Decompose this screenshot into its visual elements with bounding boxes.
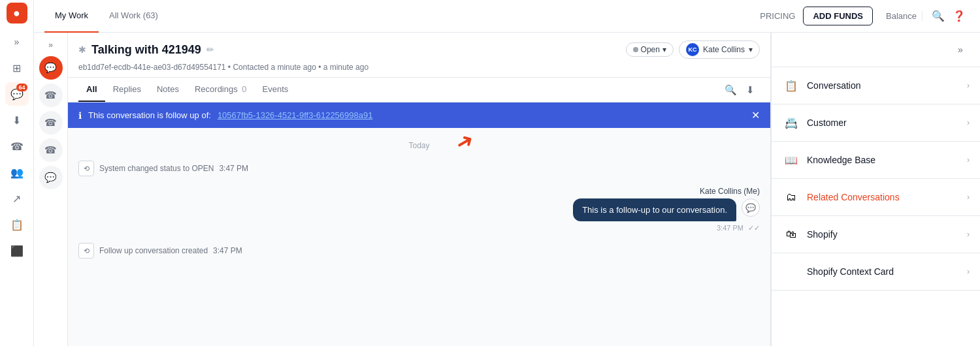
message-time: 3:47 PM ✓✓ xyxy=(78,224,760,232)
tab-replies[interactable]: Replies xyxy=(105,78,149,102)
phone-icon-3[interactable]: ☎ xyxy=(39,138,63,162)
nav-icon-inbox[interactable]: ⬇ xyxy=(5,108,29,132)
info-banner: ℹ This conversation is follow up of: 105… xyxy=(68,102,770,128)
app-logo: ● xyxy=(7,3,27,24)
conversation-tabs: All Replies Notes Recordings 0 Events 🔍 … xyxy=(68,78,770,102)
tab-all[interactable]: All xyxy=(78,78,105,102)
shopify-section-icon: 🛍 xyxy=(782,225,800,244)
related-conversations-section-icon: 🗂 xyxy=(782,188,800,206)
right-section-shopify[interactable]: 🛍 Shopify › xyxy=(772,216,980,253)
agent-badge[interactable]: KC Kate Collins ▾ xyxy=(679,40,760,59)
system-event-text: System changed status to OPEN xyxy=(99,164,214,173)
tab-my-work[interactable]: My Work xyxy=(44,0,99,33)
nav-icon-phone[interactable]: ☎ xyxy=(5,134,29,158)
whatsapp-icon[interactable]: 💬 xyxy=(39,166,63,189)
message-sender: Kate Collins (Me) xyxy=(78,187,760,196)
phone-icon-2[interactable]: ☎ xyxy=(39,111,63,134)
banner-text: This conversation is follow up of: xyxy=(88,110,211,120)
conversation-section-chevron: › xyxy=(967,81,970,90)
agent-chevron: ▾ xyxy=(749,45,753,54)
right-panel-header: » xyxy=(772,33,980,67)
system-event-time: 3:47 PM xyxy=(219,164,248,173)
right-section-related-conversations[interactable]: 🗂 Related Conversations › xyxy=(772,179,980,216)
messages-area[interactable]: Today ⟲ System changed status to OPEN 3:… xyxy=(68,128,770,346)
search-messages-icon[interactable]: 🔍 xyxy=(721,80,740,100)
right-panel: » 📋 Conversation › 📇 Customer › 📖 xyxy=(771,33,980,346)
shopify-context-section-chevron: › xyxy=(967,267,970,276)
left-panel-expand[interactable]: » xyxy=(41,38,61,52)
edit-title-icon[interactable]: ✏ xyxy=(206,44,214,55)
main-nav-bar: ● » ⊞ 💬 64 ⬇ ☎ 👥 ↗ 📋 ⬛ xyxy=(0,0,34,346)
right-section-conversation[interactable]: 📋 Conversation › xyxy=(772,67,980,104)
system-event-followup-time: 3:47 PM xyxy=(213,246,242,255)
conversation-section-label: Conversation xyxy=(807,80,861,91)
nav-icon-tasks[interactable]: 📋 xyxy=(5,213,29,236)
message-checkmark: ✓✓ xyxy=(748,224,760,232)
agent-avatar: KC xyxy=(686,43,699,56)
system-event-followup-text: Follow up conversation created xyxy=(99,246,208,255)
help-icon[interactable]: ❓ xyxy=(949,6,970,27)
agent-name: Kate Collins xyxy=(703,45,745,54)
right-section-customer[interactable]: 📇 Customer › xyxy=(772,104,980,142)
related-conversations-section-chevron: › xyxy=(967,193,970,202)
message-bubble: This is a follow-up to our conversation. xyxy=(573,198,736,221)
tab-recordings[interactable]: Recordings 0 xyxy=(187,78,255,102)
conversation-area: ✱ Talking with 421949 ✏ Open ▾ KC Kate C… xyxy=(68,33,771,346)
conversation-title-icon: ✱ xyxy=(78,44,86,55)
chat-active-icon[interactable]: 💬 xyxy=(39,56,63,80)
knowledge-base-section-label: Knowledge Base xyxy=(807,155,875,165)
conversation-section-icon: 📋 xyxy=(782,76,800,95)
message-channel-icon: 💬 xyxy=(742,198,760,217)
top-bar: My Work All Work (63) PRICING ADD FUNDS … xyxy=(34,0,980,33)
date-divider: Today xyxy=(78,141,760,150)
nav-icon-reports[interactable]: ↗ xyxy=(5,187,29,210)
banner-link[interactable]: 10567fb5-1326-4521-9ff3-612256998a91 xyxy=(218,110,373,120)
system-event-icon: ⟲ xyxy=(78,161,94,176)
add-funds-button[interactable]: ADD FUNDS xyxy=(803,7,873,25)
status-chevron: ▾ xyxy=(662,45,666,54)
right-section-knowledge-base[interactable]: 📖 Knowledge Base › xyxy=(772,142,980,179)
system-event-status: ⟲ System changed status to OPEN 3:47 PM xyxy=(78,161,760,176)
balance-label: Balance xyxy=(881,11,923,21)
system-event-followup-icon: ⟲ xyxy=(78,243,94,259)
shopify-section-chevron: › xyxy=(967,230,970,239)
system-event-followup: ⟲ Follow up conversation created 3:47 PM xyxy=(78,243,760,259)
nav-expand-button[interactable]: » xyxy=(5,30,29,54)
right-section-shopify-context[interactable]: Shopify Context Card › xyxy=(772,253,980,291)
recordings-count: 0 xyxy=(242,84,246,94)
customer-section-icon: 📇 xyxy=(782,114,800,132)
conversation-header: ✱ Talking with 421949 ✏ Open ▾ KC Kate C… xyxy=(68,33,770,78)
status-badge[interactable]: Open ▾ xyxy=(626,42,674,57)
related-conversations-section-label: Related Conversations xyxy=(807,192,900,202)
customer-section-chevron: › xyxy=(967,118,970,127)
right-panel-collapse-button[interactable]: » xyxy=(951,40,970,59)
nav-icon-conversations[interactable]: 💬 64 xyxy=(5,82,29,106)
conversation-meta: eb1dd7ef-ecdb-441e-ae03-d67d49554171 • C… xyxy=(78,63,760,72)
banner-close-button[interactable]: ✕ xyxy=(751,109,760,121)
download-icon[interactable]: ⬇ xyxy=(740,80,760,100)
status-label: Open xyxy=(641,45,660,54)
tab-all-work[interactable]: All Work (63) xyxy=(99,0,169,33)
shopify-context-section-label: Shopify Context Card xyxy=(807,266,894,277)
nav-icon-dashboard[interactable]: ⊞ xyxy=(5,56,29,80)
left-panel: » 💬 ☎ ☎ ☎ 💬 xyxy=(34,33,68,346)
customer-section-label: Customer xyxy=(807,118,847,128)
knowledge-base-section-icon: 📖 xyxy=(782,151,800,169)
nav-icon-contacts[interactable]: 👥 xyxy=(5,161,29,184)
phone-icon-1[interactable]: ☎ xyxy=(39,84,63,107)
knowledge-base-section-chevron: › xyxy=(967,155,970,165)
tab-events[interactable]: Events xyxy=(255,78,297,102)
search-icon[interactable]: 🔍 xyxy=(928,6,949,27)
pricing-link[interactable]: PRICING xyxy=(752,11,803,21)
shopify-context-section-icon xyxy=(782,262,800,281)
conversations-badge: 64 xyxy=(16,84,27,91)
conversation-title: Talking with 421949 xyxy=(91,43,201,57)
main-area: My Work All Work (63) PRICING ADD FUNDS … xyxy=(34,0,980,346)
status-dot xyxy=(633,47,638,52)
content-row: » 💬 ☎ ☎ ☎ 💬 ✱ Talking with 421949 ✏ xyxy=(34,33,980,346)
info-icon: ℹ xyxy=(78,110,82,121)
tab-notes[interactable]: Notes xyxy=(149,78,187,102)
nav-icon-more[interactable]: ⬛ xyxy=(5,239,29,262)
message-row: This is a follow-up to our conversation.… xyxy=(78,198,760,221)
shopify-section-label: Shopify xyxy=(807,229,838,240)
